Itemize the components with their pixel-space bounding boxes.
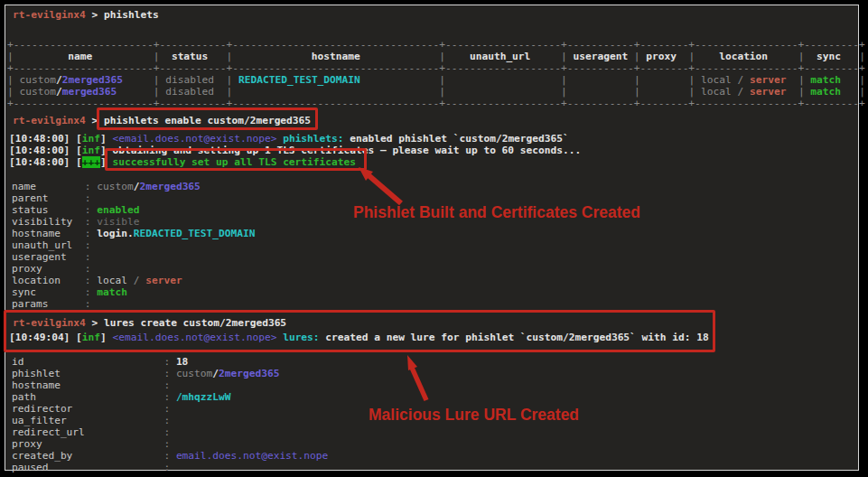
- table-border: +-----------------------+-----------+---…: [7, 39, 865, 51]
- detail-unauth_url: unauth_url :: [12, 239, 97, 251]
- detail-visibility: visibility : visible: [12, 216, 139, 228]
- detail-proxy: proxy :: [12, 438, 176, 450]
- detail-created_by: created_by : email.does.not@exist.nope: [12, 450, 328, 462]
- table-border: +-----------------------+-----------+---…: [7, 62, 865, 74]
- detail-phishlet: phishlet : custom/2merged365: [12, 368, 279, 379]
- detail-useragent: useragent :: [12, 251, 97, 263]
- highlight-box-tls-success: [105, 148, 367, 171]
- detail-id: id : 18: [12, 356, 188, 368]
- annotation-certificates-label: Phishlet Built and Certificates Created: [353, 203, 640, 222]
- detail-parent: parent :: [12, 192, 97, 204]
- detail-params: params :: [12, 298, 97, 310]
- detail-ua_filter: ua_filter :: [12, 415, 176, 426]
- detail-proxy: proxy :: [12, 263, 97, 275]
- table-header: | name | status | hostname | unauth_url …: [7, 51, 865, 62]
- log-line: [10:48:00] [inf] <email.does.not@exist.n…: [9, 133, 569, 145]
- screenshot-root: { "colors": { "terminal_bg": "#242321", …: [0, 0, 868, 477]
- detail-hostname: hostname : login.REDACTED_TEST_DOMAIN: [12, 228, 255, 239]
- detail-status: status : enabled: [12, 204, 139, 216]
- detail-name: name : custom/2merged365: [12, 181, 201, 192]
- highlight-box-lure-created: [4, 310, 715, 352]
- annotation-lure-label: Malicious Lure URL Created: [369, 406, 579, 425]
- terminal-window[interactable]: rt-evilginx4 > phishlets+---------------…: [5, 5, 859, 471]
- detail-redirector: redirector :: [12, 403, 176, 415]
- detail-hostname: hostname :: [12, 379, 176, 391]
- prompt-phishlets: rt-evilginx4 > phishlets: [13, 9, 159, 21]
- detail-sync: sync : match: [12, 286, 127, 298]
- highlight-box-enable-command: [97, 108, 318, 130]
- detail-paused: paused :: [12, 462, 176, 473]
- table-row: | custom/2merged365 | disabled | REDACTE…: [7, 74, 865, 86]
- table-row: | custom/merged365 | disabled | | | | | …: [7, 86, 865, 98]
- detail-location: location : local / server: [12, 275, 182, 286]
- detail-redirect_url: redirect_url :: [12, 426, 176, 438]
- detail-path: path : /mhqzzLwW: [12, 391, 231, 403]
